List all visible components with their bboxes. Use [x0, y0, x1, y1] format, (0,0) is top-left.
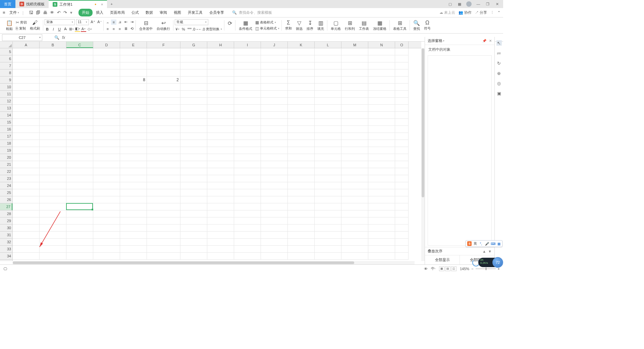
cell-C13[interactable] [66, 105, 93, 112]
cell-A11[interactable] [13, 91, 40, 98]
row-header-30[interactable]: 30 [0, 225, 12, 232]
row-header-19[interactable]: 19 [0, 147, 12, 154]
cell-E14[interactable] [120, 112, 147, 119]
cell-J32[interactable] [261, 239, 288, 246]
cell-B23[interactable] [40, 175, 66, 182]
cell-K21[interactable] [288, 161, 315, 168]
cell-N20[interactable] [368, 154, 395, 161]
cell-H15[interactable] [207, 119, 234, 126]
cell-M27[interactable] [341, 203, 368, 210]
cell-O21[interactable] [395, 161, 409, 168]
collab-button[interactable]: 👥 协作 [459, 10, 472, 15]
cell-A7[interactable] [13, 62, 40, 69]
close-pane-icon[interactable]: ✕ [489, 39, 492, 43]
cell-C5[interactable] [66, 48, 93, 55]
row-header-23[interactable]: 23 [0, 175, 12, 182]
cell-F6[interactable] [147, 55, 180, 62]
cell-I19[interactable] [234, 147, 261, 154]
cell-J18[interactable] [261, 140, 288, 147]
cell-C34[interactable] [66, 253, 93, 260]
cell-C27[interactable] [66, 203, 93, 210]
cell-K14[interactable] [288, 112, 315, 119]
cell-D8[interactable] [93, 69, 120, 77]
share-button[interactable]: ↗ 分享 [475, 10, 487, 15]
align-top-icon[interactable]: ⫠ [105, 19, 110, 25]
cell-M16[interactable] [341, 126, 368, 133]
cell-C10[interactable] [66, 84, 93, 91]
tab-add[interactable]: + [107, 0, 116, 8]
cell-A9[interactable] [13, 77, 40, 84]
eye-icon[interactable]: 👁 [424, 267, 428, 271]
cell-B17[interactable] [40, 133, 66, 140]
layout-icon[interactable]: ▢ [447, 1, 453, 7]
cell-D5[interactable] [93, 48, 120, 55]
row-header-16[interactable]: 16 [0, 126, 12, 133]
cell-I7[interactable] [234, 62, 261, 69]
cell-C22[interactable] [66, 168, 93, 175]
cell-J31[interactable] [261, 232, 288, 239]
tab-start[interactable]: 开始 [78, 9, 93, 16]
cell-H9[interactable] [207, 77, 234, 84]
cell-H31[interactable] [207, 232, 234, 239]
cell-B6[interactable] [40, 55, 66, 62]
cell-C24[interactable] [66, 182, 93, 189]
cell-I11[interactable] [234, 91, 261, 98]
cell-K11[interactable] [288, 91, 315, 98]
cell-A27[interactable] [13, 203, 40, 210]
cell-D21[interactable] [93, 161, 120, 168]
cell-O33[interactable] [395, 246, 409, 253]
cell-O13[interactable] [395, 105, 409, 112]
tab-workbook[interactable]: S 工作簿1 • × [49, 0, 107, 8]
cell-M15[interactable] [341, 119, 368, 126]
cell-N33[interactable] [368, 246, 395, 253]
cell-E23[interactable] [120, 175, 147, 182]
name-box[interactable]: C27▾ [2, 34, 42, 41]
cell-M10[interactable] [341, 84, 368, 91]
bold-button[interactable]: B [45, 27, 50, 32]
cell-K9[interactable] [288, 77, 315, 84]
cell-I12[interactable] [234, 98, 261, 105]
file-menu[interactable]: 文件▾ [8, 10, 20, 15]
cell-K26[interactable] [288, 196, 315, 203]
saveas-icon[interactable]: 🗐 [36, 10, 40, 15]
cell-E12[interactable] [120, 98, 147, 105]
cell-N24[interactable] [368, 182, 395, 189]
cell-N26[interactable] [368, 196, 395, 203]
cell-H11[interactable] [207, 91, 234, 98]
thousands-icon[interactable]: ººº [187, 27, 192, 32]
cell-D16[interactable] [93, 126, 120, 133]
cell-I15[interactable] [234, 119, 261, 126]
col-header-N[interactable]: N [368, 42, 395, 48]
cell-I14[interactable] [234, 112, 261, 119]
tab-member[interactable]: 会员专享 [206, 9, 227, 16]
cell-K25[interactable] [288, 189, 315, 196]
cell-A18[interactable] [13, 140, 40, 147]
cell-G21[interactable] [180, 161, 207, 168]
cell-J21[interactable] [261, 161, 288, 168]
cell-I27[interactable] [234, 203, 261, 210]
col-header-O[interactable]: O [395, 42, 409, 48]
decrease-font-icon[interactable]: A⁻ [97, 19, 102, 25]
cell-I18[interactable] [234, 140, 261, 147]
percent-icon[interactable]: % [181, 27, 186, 32]
cell-F33[interactable] [147, 246, 180, 253]
cell-M7[interactable] [341, 62, 368, 69]
cell-L13[interactable] [315, 105, 341, 112]
ime-menu-icon[interactable]: ▦ [497, 242, 501, 246]
tab-insert[interactable]: 插入 [93, 9, 107, 16]
cell-H29[interactable] [207, 217, 234, 225]
italic-button[interactable]: I [51, 27, 56, 32]
horizontal-scrollbar[interactable] [13, 261, 415, 264]
cell-G23[interactable] [180, 175, 207, 182]
cell-O16[interactable] [395, 126, 409, 133]
cell-A30[interactable] [13, 225, 40, 232]
perf-ball[interactable]: 72 [492, 257, 503, 268]
cell-D27[interactable] [93, 203, 120, 210]
print-icon[interactable]: 🖶 [43, 10, 47, 15]
cell-B12[interactable] [40, 98, 66, 105]
cell-L22[interactable] [315, 168, 341, 175]
cell-D32[interactable] [93, 239, 120, 246]
cell-L26[interactable] [315, 196, 341, 203]
cell-F7[interactable] [147, 62, 180, 69]
cell-J9[interactable] [261, 77, 288, 84]
